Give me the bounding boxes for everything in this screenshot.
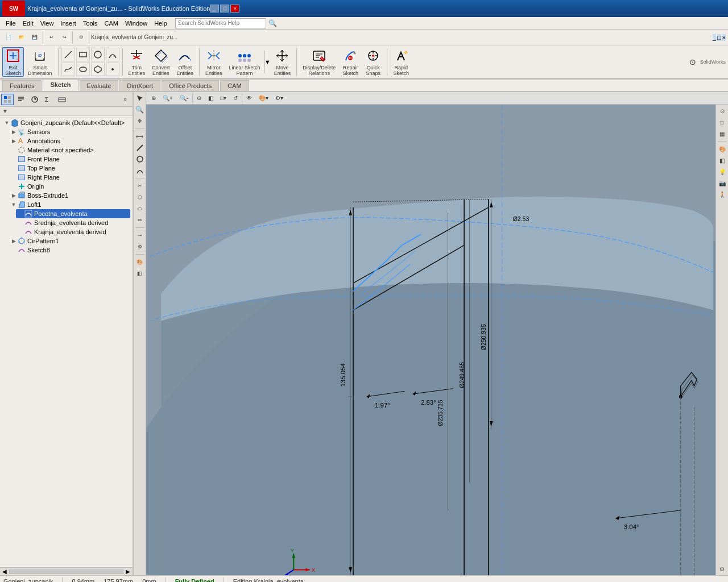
tab-sketch[interactable]: Sketch xyxy=(43,79,78,91)
tree-top-plane[interactable]: ▶ Top Plane xyxy=(9,164,130,173)
vp-zoom-to-fit[interactable]: ⊕ xyxy=(148,93,159,103)
menu-edit[interactable]: Edit xyxy=(19,19,37,28)
vp-tools[interactable]: ⚙▾ xyxy=(272,93,286,103)
search-input[interactable] xyxy=(175,18,266,28)
loft-expand[interactable]: ▼ xyxy=(10,201,17,208)
arc-tool[interactable] xyxy=(106,48,119,61)
tree-material[interactable]: ▶ Material <not specified> xyxy=(9,146,130,155)
vp-zoom-out[interactable]: 🔍- xyxy=(177,93,191,103)
rs-cameras[interactable]: 📷 xyxy=(717,178,727,188)
menu-file[interactable]: File xyxy=(2,19,19,28)
config-manager-btn[interactable] xyxy=(28,94,41,105)
rs-view1[interactable]: ⊙ xyxy=(717,106,727,116)
more-btn[interactable]: » xyxy=(119,94,131,105)
undo-button[interactable]: ↩ xyxy=(45,31,57,44)
ellipse-tool[interactable] xyxy=(76,63,90,76)
minimize-button[interactable]: _ xyxy=(210,5,219,13)
tree-origin[interactable]: ▶ Origin xyxy=(9,182,130,191)
vp-view-rotate[interactable]: ↺ xyxy=(230,93,241,103)
menu-window[interactable]: Window xyxy=(122,19,151,28)
menu-cam[interactable]: CAM xyxy=(101,19,122,28)
vt-arc[interactable] xyxy=(135,165,145,176)
rs-walk[interactable]: 🚶 xyxy=(717,189,727,199)
offset-entities-button[interactable]: OffsetEntities xyxy=(174,47,197,77)
rs-view2[interactable]: □ xyxy=(717,117,727,127)
point-tool[interactable] xyxy=(106,63,119,76)
sensors-expand[interactable]: ▶ xyxy=(10,128,17,135)
vt-trim[interactable]: ✂ xyxy=(135,181,145,191)
polygon-tool[interactable] xyxy=(91,63,105,76)
rect-tool[interactable] xyxy=(76,48,90,61)
rs-view3[interactable]: ▦ xyxy=(717,128,727,139)
repair-sketch-button[interactable]: RepairSketch xyxy=(340,47,361,77)
vt-dimension[interactable]: ⟷ xyxy=(135,131,145,142)
tree-right-plane[interactable]: ▶ Right Plane xyxy=(9,173,130,182)
rs-lights[interactable]: 💡 xyxy=(717,167,727,177)
tab-cam[interactable]: CAM xyxy=(220,80,249,91)
display-manager-btn[interactable] xyxy=(56,94,68,105)
property-manager-btn[interactable] xyxy=(15,94,27,105)
vp-appearance[interactable]: 🎨▾ xyxy=(256,93,271,103)
redo-button[interactable]: ↪ xyxy=(58,31,71,44)
tree-pocetna[interactable]: ▶ Pocetna_evolventa xyxy=(16,209,130,218)
mirror-entities-button[interactable]: ⇔ MirrorEntities xyxy=(202,47,225,77)
view-3d-icon[interactable]: ⊙ xyxy=(686,56,699,68)
exit-sketch-button[interactable]: ExitSketch xyxy=(2,47,24,77)
viewport-minimize[interactable]: _ xyxy=(713,34,716,41)
pattern-dropdown[interactable]: ▼ xyxy=(264,51,270,73)
maximize-button[interactable]: □ xyxy=(220,5,229,13)
vp-view-orient[interactable]: ⊙ xyxy=(194,93,204,103)
rebuild-button[interactable]: ⚙ xyxy=(75,31,87,44)
sidebar-hscroll[interactable]: ◀ ▶ xyxy=(0,567,133,575)
rs-appear[interactable]: 🎨 xyxy=(717,144,727,154)
line-tool[interactable] xyxy=(61,48,75,61)
search-icon[interactable]: 🔍 xyxy=(268,19,277,27)
tab-office-products[interactable]: Office Products xyxy=(162,80,219,91)
trim-entities-button[interactable]: TrimEntities xyxy=(126,47,148,77)
new-button[interactable]: 📄 xyxy=(2,31,15,44)
cir-expand[interactable]: ▶ xyxy=(10,238,17,244)
tree-cirpattern1[interactable]: ▶ CirPattern1 xyxy=(9,236,130,246)
tab-features[interactable]: Features xyxy=(2,80,42,91)
vp-hide-show[interactable]: 👁 xyxy=(243,93,255,103)
vt-pan[interactable]: ✥ xyxy=(135,116,145,126)
menu-view[interactable]: View xyxy=(37,19,57,28)
quick-snaps-button[interactable]: QuickSnaps xyxy=(362,47,384,77)
feature-manager-btn[interactable] xyxy=(1,94,14,105)
open-button[interactable]: 📂 xyxy=(15,31,28,44)
tree-sketch8[interactable]: ▶ Sketch8 xyxy=(9,246,130,255)
linear-pattern-button[interactable]: Linear SketchPattern xyxy=(226,47,263,77)
tree-loft1[interactable]: ▼ Loft1 xyxy=(9,200,130,209)
vt-sketch-settings[interactable]: ⚙ xyxy=(135,242,145,252)
tab-dimxpert[interactable]: DimXpert xyxy=(119,80,160,91)
rs-settings[interactable]: ⚙ xyxy=(717,564,727,574)
tree-root[interactable]: ▼ Gonjeni_zupcanik (Default<<Default> xyxy=(2,118,130,127)
close-button[interactable]: × xyxy=(230,5,239,13)
vp-display-style[interactable]: □▾ xyxy=(217,93,229,103)
boss-expand[interactable]: ▶ xyxy=(10,192,17,199)
viewport-close[interactable]: × xyxy=(722,34,726,41)
tree-front-plane[interactable]: ▶ Front Plane xyxy=(9,155,130,164)
root-expand[interactable]: ▼ xyxy=(3,119,10,126)
tree-srednja[interactable]: ▶ Srednja_evolventa derived xyxy=(16,218,130,227)
vt-mirror[interactable]: ⇔ xyxy=(135,215,145,225)
display-delete-button[interactable]: Display/DeleteRelations xyxy=(300,47,338,77)
vp-section-view[interactable]: ◧ xyxy=(205,93,216,103)
tree-sensors[interactable]: ▶ 📡 Sensors xyxy=(9,127,130,136)
vp-zoom-in[interactable]: 🔍+ xyxy=(160,93,176,103)
vt-zoom-in[interactable]: 🔍 xyxy=(135,105,145,115)
rs-section[interactable]: ◧ xyxy=(717,155,727,165)
vt-select[interactable] xyxy=(135,93,145,103)
save-button[interactable]: 💾 xyxy=(28,31,41,44)
viewport-maximize[interactable]: □ xyxy=(717,34,721,41)
convert-entities-button[interactable]: ConvertEntities xyxy=(149,47,173,77)
tab-evaluate[interactable]: Evaluate xyxy=(80,80,119,91)
vt-offset[interactable]: ⬭ xyxy=(135,203,145,214)
menu-tools[interactable]: Tools xyxy=(80,19,101,28)
spline-tool[interactable] xyxy=(61,63,75,76)
menu-help[interactable]: Help xyxy=(151,19,171,28)
vt-relations[interactable]: ⊸ xyxy=(135,230,145,240)
smart-dimension-button[interactable]: Ø SmartDimension xyxy=(25,47,55,77)
tree-krajnja[interactable]: ▶ Krajnja_evolventa derived xyxy=(16,227,130,236)
annotations-expand[interactable]: ▶ xyxy=(10,138,17,144)
